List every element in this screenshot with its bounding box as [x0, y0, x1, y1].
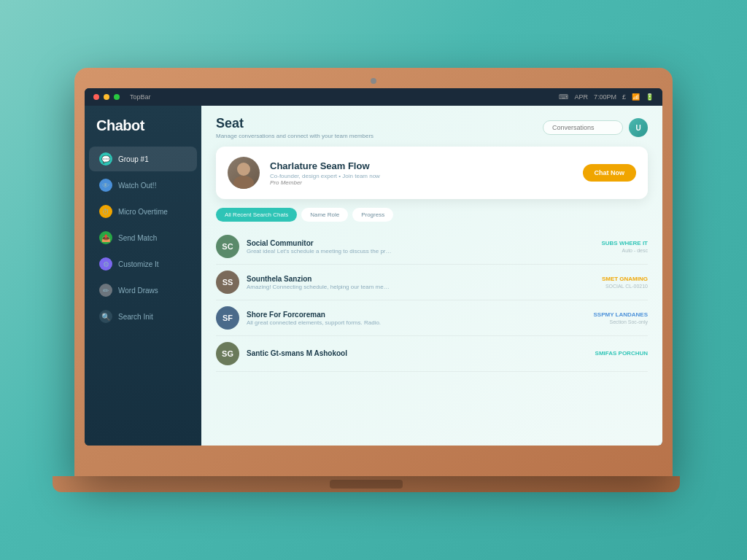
laptop-wrapper: TopBar ⌨ APR 7:00PM £ 📶 🔋 Chabot 💬 [67, 68, 680, 492]
conv-time-1: SOCIAL CL-00210 [602, 284, 648, 289]
filter-tab-all[interactable]: All Recent Search Chats [216, 208, 297, 222]
sidebar-icon-watch: 👁 [99, 179, 112, 192]
conv-msg-0: Great idea! Let's schedule a meeting to … [247, 248, 392, 254]
os-dot-yellow[interactable] [104, 94, 109, 100]
conv-avatar-3: SG [216, 342, 239, 365]
conv-info-2: Shore For Forcoreman All great connected… [247, 311, 586, 326]
sidebar-item-send[interactable]: 📤 Send Match [89, 225, 197, 250]
conversations-list: SC Social Communitor Great idea! Let's s… [201, 229, 662, 446]
sidebar-item-micro[interactable]: ⏱ Micro Overtime [89, 199, 197, 224]
os-dot-red[interactable] [93, 94, 99, 100]
sidebar-item-watch[interactable]: 👁 Watch Out!! [89, 173, 197, 198]
sidebar-logo: Chabot [85, 117, 201, 146]
conv-status-3: SMIFAS PORCHUN [595, 350, 648, 357]
chat-now-button[interactable]: Chat Now [583, 164, 637, 182]
conv-item-0[interactable]: SC Social Communitor Great idea! Let's s… [216, 229, 648, 265]
sidebar-label-customize: Customize It [118, 260, 159, 268]
sidebar-item-group[interactable]: 💬 Group #1 [89, 147, 197, 171]
laptop-base [53, 476, 680, 492]
conv-status-1: SMET GNAMING [602, 276, 648, 282]
featured-avatar [228, 157, 260, 189]
filter-tab-name[interactable]: Name Role [301, 208, 348, 222]
sidebar-item-customize[interactable]: ⚙ Customize It [89, 252, 197, 276]
svg-point-1 [233, 176, 254, 189]
featured-description: Co-founder, design expert • Join team no… [270, 173, 573, 179]
conv-name-1: Sounthela Sanzion [247, 275, 595, 283]
sidebar-icon-micro: ⏱ [99, 205, 112, 218]
conv-info-3: Santic Gt-smans M Ashokool [247, 349, 588, 358]
conv-status-2: SSPMY LANDANES [593, 311, 648, 318]
sidebar-label-watch: Watch Out!! [118, 182, 156, 190]
filter-tabs: All Recent Search Chats Name Role Progre… [216, 208, 648, 222]
page-title: Seat [216, 116, 374, 131]
conv-avatar-0: SC [216, 235, 239, 258]
os-topbar-left: TopBar [93, 93, 151, 101]
svg-point-0 [237, 163, 250, 176]
conv-info-0: Social Communitor Great idea! Let's sche… [247, 239, 594, 254]
avatar: U [629, 118, 648, 137]
conv-item-3[interactable]: SG Santic Gt-smans M Ashokool SMIFAS POR… [216, 336, 648, 372]
conv-name-0: Social Communitor [247, 239, 594, 247]
main-content: Seat Manage conversations and connect wi… [201, 106, 662, 446]
sidebar-icon-search: 🔍 [99, 310, 112, 323]
sidebar-icon-word: ✏ [99, 284, 112, 297]
conv-status-0: SUBS WHERE IT [601, 240, 648, 246]
conv-time-0: Auto - desc [601, 248, 648, 253]
os-battery-icon: 🔋 [646, 93, 654, 101]
sidebar-label-word: Word Draws [118, 287, 158, 295]
main-header-right: U [543, 118, 648, 137]
conv-item-2[interactable]: SF Shore For Forcoreman All great connec… [216, 300, 648, 336]
os-currency-icon: £ [622, 93, 626, 101]
featured-info: Charlature Seam Flow Co-founder, design … [270, 160, 573, 186]
featured-name: Charlature Seam Flow [270, 160, 573, 171]
conv-right-3: SMIFAS PORCHUN [595, 350, 648, 358]
conv-item-1[interactable]: SS Sounthela Sanzion Amazing! Connecting… [216, 265, 648, 300]
main-header-left: Seat Manage conversations and connect wi… [216, 116, 374, 139]
laptop-screen: TopBar ⌨ APR 7:00PM £ 📶 🔋 Chabot 💬 [85, 88, 662, 446]
os-topbar: TopBar ⌨ APR 7:00PM £ 📶 🔋 [85, 88, 662, 106]
sidebar-icon-customize: ⚙ [99, 257, 112, 271]
os-time-label: 7:00PM [594, 93, 616, 101]
os-topbar-right: ⌨ APR 7:00PM £ 📶 🔋 [559, 93, 654, 101]
sidebar-label-send: Send Match [118, 234, 157, 242]
sidebar-icon-send: 📤 [99, 231, 112, 244]
conv-avatar-2: SF [216, 306, 239, 330]
conv-avatar-1: SS [216, 271, 239, 294]
page-subtitle: Manage conversations and connect with yo… [216, 133, 374, 139]
sidebar-label-search: Search Init [118, 313, 153, 321]
sidebar-item-word[interactable]: ✏ Word Draws [89, 278, 197, 303]
laptop-shell: TopBar ⌨ APR 7:00PM £ 📶 🔋 Chabot 💬 [74, 68, 673, 476]
main-header: Seat Manage conversations and connect wi… [201, 106, 662, 147]
os-dot-green[interactable] [114, 94, 120, 100]
conv-name-3: Santic Gt-smans M Ashokool [247, 349, 588, 357]
conv-info-1: Sounthela Sanzion Amazing! Connecting sc… [247, 275, 595, 290]
conv-right-2: SSPMY LANDANES Section Soc-only [593, 311, 648, 324]
conv-right-1: SMET GNAMING SOCIAL CL-00210 [602, 276, 648, 289]
sidebar-icon-group: 💬 [99, 152, 112, 166]
filter-tab-progress[interactable]: Progress [352, 208, 393, 222]
search-input[interactable] [543, 120, 623, 135]
os-keyboard-icon: ⌨ [559, 93, 568, 101]
featured-card: Charlature Seam Flow Co-founder, design … [216, 147, 648, 199]
conv-msg-1: Amazing! Connecting schedule, helping ou… [247, 284, 392, 290]
conv-name-2: Shore For Forcoreman [247, 311, 586, 319]
conv-msg-2: All great connected elements, support fo… [247, 319, 392, 326]
sidebar-label-micro: Micro Overtime [118, 208, 168, 216]
os-wifi-icon: 📶 [632, 93, 640, 101]
sidebar-label-group: Group #1 [118, 155, 149, 163]
sidebar: Chabot 💬 Group #1 👁 Watch Out!! ⏱ Micro … [85, 106, 201, 446]
laptop-trackpad[interactable] [330, 480, 403, 489]
os-apr-label: APR [574, 93, 588, 101]
conv-time-2: Section Soc-only [593, 319, 648, 324]
featured-badge: Pro Member [270, 179, 573, 186]
laptop-camera [371, 78, 376, 84]
sidebar-item-search[interactable]: 🔍 Search Init [89, 304, 197, 329]
os-brand: TopBar [130, 93, 151, 101]
app-layout: Chabot 💬 Group #1 👁 Watch Out!! ⏱ Micro … [85, 106, 662, 446]
conv-right-0: SUBS WHERE IT Auto - desc [601, 240, 648, 253]
